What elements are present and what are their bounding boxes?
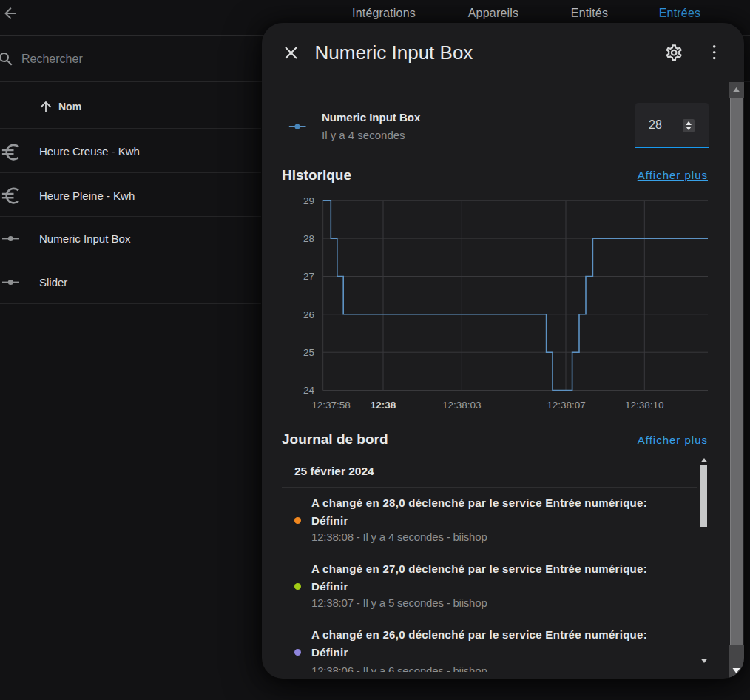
svg-text:12:38:03: 12:38:03 bbox=[442, 400, 482, 411]
svg-text:26: 26 bbox=[303, 309, 314, 320]
svg-text:27: 27 bbox=[303, 271, 314, 282]
svg-text:12:38:10: 12:38:10 bbox=[625, 400, 664, 411]
svg-text:29: 29 bbox=[303, 195, 314, 206]
svg-text:24: 24 bbox=[303, 385, 315, 396]
svg-text:28: 28 bbox=[303, 233, 314, 244]
svg-text:12:38: 12:38 bbox=[371, 400, 396, 411]
svg-text:12:38:07: 12:38:07 bbox=[547, 400, 586, 411]
svg-text:25: 25 bbox=[303, 347, 314, 358]
svg-text:12:37:58: 12:37:58 bbox=[311, 400, 351, 411]
